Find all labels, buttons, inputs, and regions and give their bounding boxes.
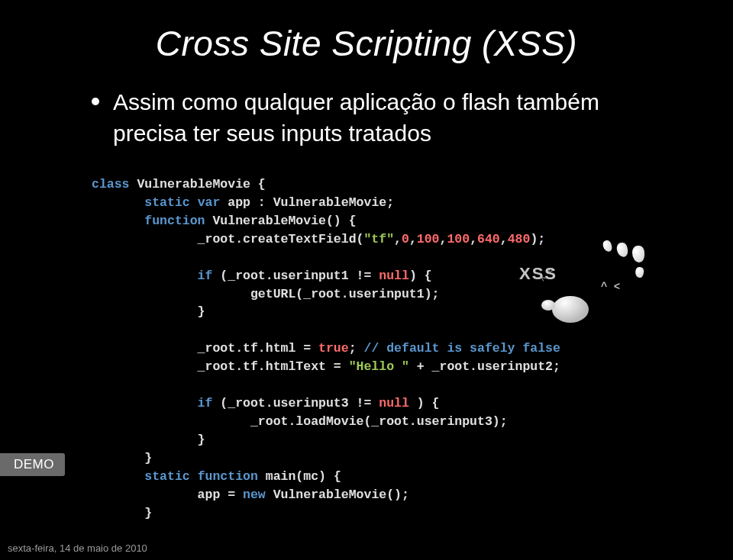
code-txt: (_root.userinput1 != — [212, 269, 379, 283]
code-txt: ; — [349, 341, 364, 356]
bullet-item: Assim como qualquer aplicação o flash ta… — [0, 87, 733, 149]
code-kw: static — [92, 195, 190, 210]
code-txt: , — [440, 232, 447, 246]
code-str: "tf" — [363, 232, 394, 246]
footer-date: sexta-feira, 14 de maio de 2010 — [8, 542, 147, 554]
crying-head-graphic: ^ < ^ < — [546, 237, 668, 336]
code-kw: if — [92, 396, 212, 410]
code-txt: } — [92, 504, 676, 523]
code-txt: , — [470, 232, 477, 246]
code-num: 0 — [402, 232, 409, 246]
code-kw: var — [190, 195, 221, 210]
demo-badge: DEMO — [0, 453, 65, 476]
code-txt: ) { — [409, 396, 440, 410]
code-kw: function — [92, 214, 205, 228]
code-txt: , — [409, 232, 417, 246]
code-num: 100 — [447, 232, 470, 246]
code-txt: app = — [92, 488, 243, 502]
code-txt: , — [394, 232, 402, 246]
code-txt: _root.loadMovie(_root.userinput3); — [92, 413, 676, 431]
code-num: 100 — [417, 232, 440, 246]
code-kw: function — [190, 469, 258, 484]
code-txt: } — [92, 431, 676, 449]
code-txt: VulnerableMovie { — [130, 177, 266, 191]
code-null: null — [379, 396, 409, 410]
code-txt: (_root.userinput3 != — [212, 396, 379, 410]
code-txt: _root.tf.htmlText = — [92, 359, 349, 374]
code-txt: _root.tf.html = — [92, 341, 318, 356]
code-str: "Hello " — [349, 359, 409, 374]
slide-title: Cross Site Scripting (XSS) — [0, 23, 733, 64]
code-num: 640 — [477, 232, 500, 246]
code-txt: VulnerableMovie() { — [205, 214, 357, 228]
code-num: 480 — [508, 232, 531, 246]
bullet-text: Assim como qualquer aplicação o flash ta… — [113, 87, 657, 149]
code-txt: ) { — [409, 269, 432, 283]
code-txt: VulnerableMovie(); — [266, 488, 409, 502]
code-txt: } — [92, 449, 676, 468]
bullet-dot-icon — [92, 98, 99, 105]
code-kw: if — [92, 269, 212, 283]
code-kw: new — [243, 488, 266, 502]
slide: Cross Site Scripting (XSS) Assim como qu… — [0, 0, 733, 560]
code-blank — [92, 376, 676, 394]
code-kw: static — [92, 469, 190, 484]
code-bool: true — [318, 341, 349, 356]
code-txt: app : VulnerableMovie; — [220, 195, 394, 210]
code-kw: class — [92, 177, 130, 191]
face-emoticon: ^ < — [601, 281, 620, 293]
code-null: null — [379, 269, 409, 283]
code-txt: ); — [530, 232, 545, 246]
code-txt: main(mc) { — [258, 469, 341, 484]
code-txt: , — [500, 232, 508, 246]
code-txt: + _root.userinput2; — [409, 359, 560, 374]
code-block: class VulnerableMovie { static var app :… — [76, 168, 691, 530]
code-txt: _root.createTextField( — [92, 232, 363, 246]
code-comment: // default is safely false — [363, 341, 560, 356]
head-icon — [552, 296, 589, 323]
